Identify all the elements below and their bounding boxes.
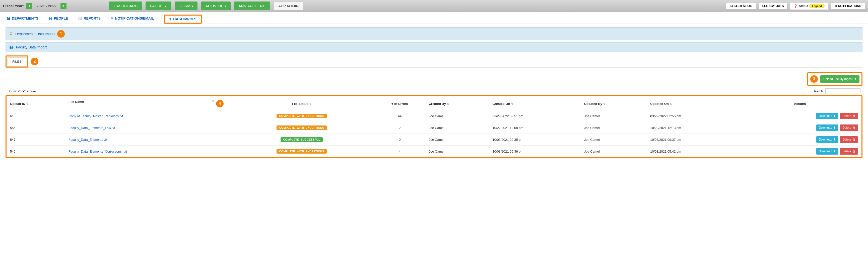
utility-nav: SYSTEM STATS LEGACY OATS ❓ Status Legend… bbox=[726, 2, 865, 10]
nav-dashboard[interactable]: DASHBOARD bbox=[109, 1, 142, 10]
legacy-oats-button[interactable]: LEGACY OATS bbox=[758, 3, 788, 9]
fiscal-year-next-button[interactable]: > bbox=[60, 3, 66, 9]
file-link[interactable]: Copy of Faculty_Roster_Radiology.txt bbox=[68, 114, 123, 118]
cell-created-by: Joe Camel bbox=[427, 134, 490, 146]
uploads-table: Upload ID⇅ File Name4⇅ File Status⇅ # of… bbox=[8, 97, 860, 157]
col-file-status[interactable]: File Status⇅ bbox=[230, 97, 373, 110]
download-button[interactable]: Download ⬇ bbox=[816, 136, 838, 143]
fiscal-year-value: 2021 - 2022 bbox=[35, 4, 58, 8]
status-legend-button[interactable]: ❓ Status Legend bbox=[790, 2, 828, 10]
download-button[interactable]: Download ⬇ bbox=[816, 124, 838, 131]
people-icon: 👥 bbox=[49, 17, 53, 20]
table-row: 556Faculty_Data_Elements_Law.txtCOMPLETE… bbox=[8, 122, 860, 134]
cell-updated-on: 10/03/2021 05:42 pm bbox=[648, 146, 740, 157]
th-label: Actions bbox=[794, 102, 806, 106]
cell-created-on: 10/03/2021 09:35 pm bbox=[491, 134, 582, 146]
nav-app-admin[interactable]: APP ADMIN bbox=[274, 1, 303, 10]
import-row-label: Departments Data Import bbox=[15, 32, 55, 36]
upload-faculty-ingest-button[interactable]: Upload Faculty Ingest ⬆ bbox=[820, 75, 860, 83]
cell-updated-on: 03/29/2022 02:55 pm bbox=[648, 110, 740, 122]
cell-updated-on: 10/22/2021 12:13 pm bbox=[648, 122, 740, 134]
th-label: Updated By bbox=[584, 102, 602, 106]
col-errors[interactable]: # of Errors bbox=[373, 97, 427, 110]
departments-data-import-row[interactable]: 🏛 Departments Data Import 1 bbox=[5, 27, 863, 40]
mail-icon: ✉ bbox=[835, 4, 837, 8]
download-icon: ⬇ bbox=[833, 126, 836, 129]
callout-marker-2: 2 bbox=[31, 58, 38, 65]
tab-data-import-highlight: ⇪ DATA IMPORT bbox=[164, 14, 202, 24]
status-badge: COMPLETE_SUCCESSFUL bbox=[281, 137, 323, 142]
chart-icon: 📊 bbox=[78, 17, 82, 20]
col-updated-on[interactable]: Updated On⇅ bbox=[648, 97, 740, 110]
col-created-by[interactable]: Created By⇅ bbox=[427, 97, 490, 110]
col-updated-by[interactable]: Updated By⇅ bbox=[582, 97, 648, 110]
col-created-on[interactable]: Created On⇅ bbox=[491, 97, 582, 110]
building-icon: 🏛 bbox=[7, 17, 10, 20]
th-label: Updated On bbox=[650, 102, 669, 106]
file-link[interactable]: Faculty_Data_Elements_Corrections .txt bbox=[68, 150, 127, 153]
th-label: # of Errors bbox=[392, 102, 408, 106]
download-icon: ⬇ bbox=[833, 150, 836, 153]
file-link[interactable]: Faculty_Data_Elements .txt bbox=[68, 138, 108, 142]
nav-annual-cert[interactable]: ANNUAL CERT. bbox=[234, 1, 270, 10]
th-label: Upload ID bbox=[10, 102, 25, 106]
faculty-data-import-row[interactable]: 👥 Faculty Data Import bbox=[5, 42, 863, 52]
tab-people[interactable]: 👥 PEOPLE bbox=[49, 16, 68, 24]
upload-row: 3 Upload Faculty Ingest ⬆ bbox=[5, 72, 863, 86]
callout-marker-4: 4 bbox=[216, 100, 224, 108]
search-input[interactable] bbox=[825, 88, 861, 94]
trash-icon: 🗑 bbox=[852, 126, 856, 129]
page-size-select[interactable]: 25 bbox=[17, 89, 26, 93]
search-label: Search: bbox=[812, 89, 824, 93]
files-tab[interactable]: FILES bbox=[7, 57, 26, 65]
trash-icon: 🗑 bbox=[852, 150, 856, 153]
callout-marker-1: 1 bbox=[57, 30, 65, 38]
building-icon: 🏛 bbox=[9, 32, 13, 36]
cell-errors: 0 bbox=[373, 134, 427, 146]
sort-icon: ⇅ bbox=[670, 103, 672, 106]
status-badge: COMPLETE_WITH_EXCEPTIONS bbox=[277, 114, 327, 118]
legend-badge: Legend bbox=[809, 4, 825, 8]
delete-button[interactable]: Delete 🗑 bbox=[840, 113, 858, 119]
system-stats-button[interactable]: SYSTEM STATS bbox=[726, 3, 756, 9]
cell-updated-by: Joe Camel bbox=[582, 134, 648, 146]
col-file-name[interactable]: File Name4⇅ bbox=[66, 97, 230, 110]
table-highlight: Upload ID⇅ File Name4⇅ File Status⇅ # of… bbox=[5, 95, 863, 158]
fiscal-year-prev-button[interactable]: < bbox=[26, 3, 32, 9]
tab-notifications-email[interactable]: ✉ NOTIFICATIONS/EMAIL bbox=[111, 16, 154, 24]
th-label: File Name bbox=[68, 100, 84, 104]
cell-created-by: Joe Camel bbox=[427, 110, 490, 122]
tab-data-import[interactable]: ⇪ DATA IMPORT bbox=[169, 17, 197, 21]
primary-nav: DASHBOARD FACULTY FORMS ACTIVITIES ANNUA… bbox=[109, 1, 303, 10]
download-button[interactable]: Download ⬇ bbox=[816, 113, 838, 119]
cell-created-on: 10/22/2021 12:08 pm bbox=[491, 122, 582, 134]
delete-button[interactable]: Delete 🗑 bbox=[840, 136, 858, 143]
nav-activities[interactable]: ACTIVITIES bbox=[201, 1, 230, 10]
tab-departments[interactable]: 🏛 DEPARTMENTS bbox=[7, 16, 38, 24]
cell-upload-id: 556 bbox=[8, 122, 66, 134]
cell-created-on: 10/03/2021 05:36 pm bbox=[491, 146, 582, 157]
table-row: 546Faculty_Data_Elements_Corrections .tx… bbox=[8, 146, 860, 157]
sort-icon: ⇅ bbox=[603, 103, 605, 106]
nav-forms[interactable]: FORMS bbox=[175, 1, 197, 10]
download-button[interactable]: Download ⬇ bbox=[816, 148, 838, 154]
upload-button-label: Upload Faculty Ingest bbox=[823, 77, 852, 81]
status-badge: COMPLETE_WITH_EXCEPTIONS bbox=[277, 125, 327, 130]
sort-icon: ⇅ bbox=[309, 103, 311, 106]
notifications-button[interactable]: ✉ NOTIFICATIONS bbox=[831, 3, 865, 9]
admin-tabstrip: 🏛 DEPARTMENTS 👥 PEOPLE 📊 REPORTS ✉ NOTIF… bbox=[0, 12, 868, 24]
mail-icon: ✉ bbox=[111, 17, 114, 20]
cell-updated-by: Joe Camel bbox=[582, 146, 648, 157]
tab-reports[interactable]: 📊 REPORTS bbox=[78, 16, 101, 24]
delete-button[interactable]: Delete 🗑 bbox=[840, 148, 858, 154]
nav-faculty[interactable]: FACULTY bbox=[146, 1, 171, 10]
cell-upload-id: 546 bbox=[8, 146, 66, 157]
th-label: File Status bbox=[292, 102, 308, 106]
sort-icon: ⇅ bbox=[447, 103, 449, 106]
cell-updated-by: Joe Camel bbox=[582, 122, 648, 134]
delete-button[interactable]: Delete 🗑 bbox=[840, 124, 858, 131]
import-sections: 🏛 Departments Data Import 1 👥 Faculty Da… bbox=[5, 27, 863, 52]
col-upload-id[interactable]: Upload ID⇅ bbox=[8, 97, 66, 110]
status-label: Status bbox=[799, 4, 808, 8]
file-link[interactable]: Faculty_Data_Elements_Law.txt bbox=[68, 126, 115, 130]
